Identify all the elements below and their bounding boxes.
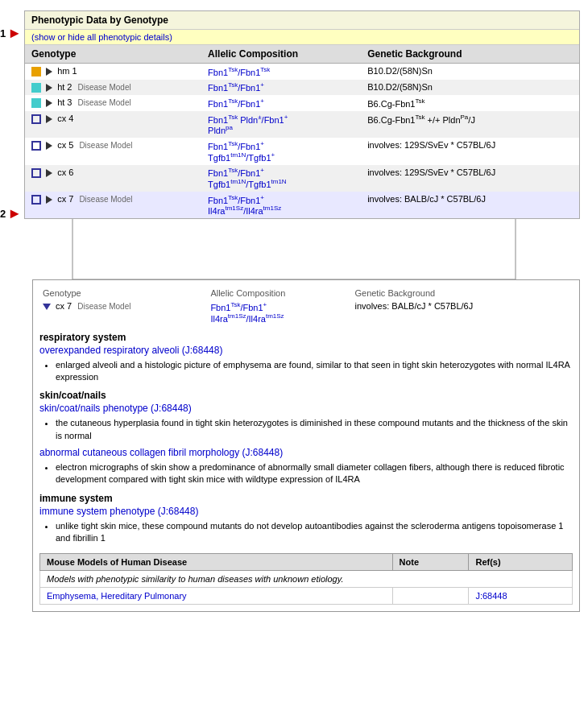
table-row: cx 4 Fbn1Tsk Pldn±/Fbn1+ Pldnpa B6.Cg-Fb… — [25, 111, 579, 138]
icon-blue — [31, 114, 41, 124]
disease-model-label: Disease Model — [78, 83, 131, 92]
icon-teal — [31, 98, 41, 108]
row-play[interactable] — [46, 99, 52, 107]
genotype-label: cx 5 — [57, 140, 73, 150]
icon-blue — [31, 195, 41, 205]
allelic-link[interactable]: Fbn1Tsk/Fbn1+ — [208, 99, 264, 109]
connector-svg — [32, 219, 580, 279]
genotype-label: cx 7 — [57, 194, 73, 204]
col-allelic: Allelic Composition — [201, 45, 361, 64]
bottom-allelic-link1[interactable]: Fbn1Tsk/Fbn1+ — [210, 303, 267, 312]
ref-respiratory[interactable]: J:68448 — [185, 345, 220, 356]
disease-table-refs-col: Ref(s) — [469, 553, 573, 570]
bullet-item: the cutaneous hyperplasia found in tight… — [56, 417, 573, 442]
row-play[interactable] — [46, 115, 52, 123]
allelic-link[interactable]: Fbn1Tsk/Fbn1+ — [208, 196, 264, 205]
arrow-1-label: 1 — [0, 27, 6, 39]
background-value: B10.D2/(58N)Sn — [361, 64, 579, 80]
phenotype-link-immune[interactable]: immune system phenotype (J:68448) — [39, 506, 573, 517]
phenotype-link-respiratory[interactable]: overexpanded respiratory alveoli (J:6844… — [39, 345, 573, 356]
table-row: ht 3 Disease Model Fbn1Tsk/Fbn1+ B6.Cg-F… — [25, 95, 579, 111]
system-header-skin: skin/coat/nails — [39, 390, 573, 401]
arrow-1-icon: ► — [7, 25, 22, 42]
genotype-label: ht 2 — [57, 82, 72, 92]
allelic-link[interactable]: Fbn1Tsk/Fbn1+ — [208, 83, 264, 93]
table-row: cx 6 Fbn1Tsk/Fbn1+ Tgfb1tm1N/Tgfb1tm1N i… — [25, 165, 579, 192]
table-row: cx 5 Disease Model Fbn1Tsk/Fbn1+ Tgfb1tm… — [25, 138, 579, 164]
disease-model-label: Disease Model — [79, 195, 132, 204]
system-immune: immune system immune system phenotype (J… — [39, 493, 573, 545]
col-genotype-bottom: Genotype — [39, 287, 207, 300]
disease-ref-link[interactable]: J:68448 — [475, 591, 507, 601]
allelic-link2[interactable]: Il4ratm1Sz/Il4ratm1Sz — [208, 206, 281, 216]
system-skin: skin/coat/nails skin/coat/nails phenotyp… — [39, 390, 573, 486]
system-respiratory: respiratory system overexpanded respirat… — [39, 332, 573, 384]
table-row-cx7: cx 7 Disease Model Fbn1Tsk/Fbn1+ Il4ratm… — [25, 192, 579, 218]
connector — [32, 219, 580, 279]
bullet-list-skin1: the cutaneous hyperplasia found in tight… — [56, 417, 573, 442]
ref-skin2[interactable]: J:68448 — [245, 447, 280, 458]
bullet-item: enlarged alveoli and a histologic pictur… — [56, 359, 573, 384]
disease-table-note-col: Note — [392, 553, 469, 570]
system-header-immune: immune system — [39, 493, 573, 504]
allelic-link[interactable]: Fbn1Tsk/Fbn1+ — [208, 142, 264, 151]
disease-name-link[interactable]: Emphysema, Hereditary Pulmonary — [47, 591, 187, 601]
bottom-header-table: Genotype Allelic Composition Genetic Bac… — [39, 287, 573, 324]
disease-italic-row: Models with phenotypic similarity to hum… — [40, 570, 573, 587]
genotype-label: cx 6 — [57, 167, 73, 177]
phenotype-link-skin2[interactable]: abnormal cutaneous collagen fibril morph… — [39, 447, 573, 458]
disease-model-label: Disease Model — [78, 98, 131, 107]
col-genotype: Genotype — [25, 45, 201, 64]
bottom-background: involves: BALB/cJ * C57BL/6J — [351, 300, 573, 324]
genotype-label: ht 3 — [57, 97, 72, 107]
col-allelic-bottom: Allelic Composition — [207, 287, 351, 300]
bottom-genotype: cx 7 — [56, 301, 72, 311]
disease-table-title: Mouse Models of Human Disease — [40, 553, 393, 570]
bullet-list-skin2: electron micrographs of skin show a pred… — [56, 461, 573, 486]
arrow-2-label: 2 — [0, 208, 6, 220]
bottom-allelic-link2[interactable]: Il4ratm1Sz/Il4ratm1Sz — [210, 314, 284, 324]
bullet-list-immune: unlike tight skin mice, these compound m… — [56, 520, 573, 545]
allelic-link[interactable]: Fbn1Tsk/Fbn1Tsk — [208, 68, 270, 77]
ref-immune[interactable]: J:68448 — [161, 506, 196, 517]
disease-data-row: Emphysema, Hereditary Pulmonary J:68448 — [40, 587, 573, 604]
bottom-disease-model: Disease Model — [77, 302, 130, 311]
icon-blue — [31, 141, 41, 151]
background-value: involves: 129S/SvEv * C57BL/6J — [361, 138, 579, 164]
show-hide-link[interactable]: (show or hide all phenotypic details) — [31, 32, 172, 42]
system-header-respiratory: respiratory system — [39, 332, 573, 343]
bottom-row: cx 7 Disease Model Fbn1Tsk/Fbn1+ Il4ratm… — [39, 300, 573, 324]
disease-note — [392, 587, 469, 604]
phenotype-link-skin1[interactable]: skin/coat/nails phenotype (J:68448) — [39, 403, 573, 414]
genotype-table: Genotype Allelic Composition Genetic Bac… — [25, 45, 579, 218]
genotype-label: hm 1 — [57, 66, 77, 76]
allelic-link2[interactable]: Pldnpa — [208, 126, 233, 135]
allelic-link[interactable]: Fbn1Tsk/Fbn1+ — [208, 168, 264, 178]
disease-italic-text: Models with phenotypic similarity to hum… — [40, 570, 573, 587]
bottom-section: Genotype Allelic Composition Genetic Bac… — [32, 279, 580, 611]
col-background: Genetic Background — [361, 45, 579, 64]
icon-blue-down — [43, 304, 51, 310]
allelic-link2[interactable]: Tgfb1tm1N/Tgfb1+ — [208, 153, 275, 163]
allelic-link[interactable]: Fbn1Tsk Pldn±/Fbn1+ — [208, 115, 288, 125]
table-row: hm 1 Fbn1Tsk/Fbn1Tsk B10.D2/(58N)Sn — [25, 64, 579, 80]
bullet-item: unlike tight skin mice, these compound m… — [56, 520, 573, 545]
row-play[interactable] — [46, 169, 52, 177]
row-play[interactable] — [46, 84, 52, 92]
arrow-2-icon: ► — [7, 205, 22, 222]
genotype-label: cx 4 — [57, 114, 73, 123]
show-hide-bar[interactable]: (show or hide all phenotypic details) — [25, 30, 579, 45]
background-value: B6.Cg-Fbn1Tsk +/+ PldnPa/J — [361, 111, 579, 138]
background-value: B6.Cg-Fbn1Tsk — [361, 95, 579, 111]
allelic-link2[interactable]: Tgfb1tm1N/Tgfb1tm1N — [208, 180, 287, 189]
bullet-list-respiratory: enlarged alveoli and a histologic pictur… — [56, 359, 573, 384]
icon-orange — [31, 67, 41, 76]
row-play[interactable] — [46, 196, 52, 204]
row-play[interactable] — [46, 142, 52, 150]
background-value: involves: BALB/cJ * C57BL/6J — [361, 192, 579, 218]
row-play[interactable] — [46, 68, 52, 76]
table-row: ht 2 Disease Model Fbn1Tsk/Fbn1+ B10.D2/… — [25, 80, 579, 96]
ref-skin1[interactable]: J:68448 — [154, 403, 188, 414]
icon-teal — [31, 83, 41, 93]
bullet-item: electron micrographs of skin show a pred… — [56, 461, 573, 486]
